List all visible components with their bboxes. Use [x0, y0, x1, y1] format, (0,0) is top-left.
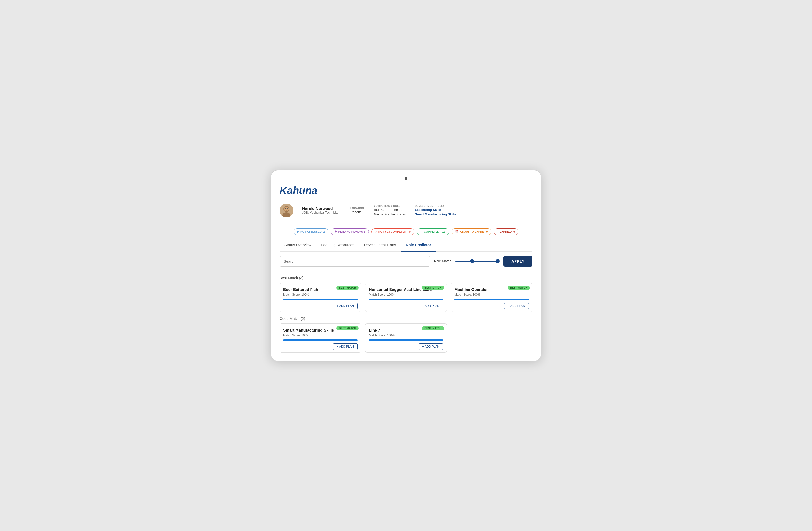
development-role-label: DEVELOPMENT ROLE:: [415, 204, 456, 207]
competent-label: COMPETENT: 17: [424, 230, 445, 233]
apply-button[interactable]: APPLY: [504, 256, 533, 267]
add-plan-2: + ADD PLAN: [369, 303, 443, 309]
progress-bar-bg-5: [369, 340, 443, 341]
user-info-row: Harold Norwood JOB: Mechanical Technicia…: [279, 200, 533, 221]
best-match-badge-3: BEST MATCH: [508, 286, 530, 290]
add-plan-3: + ADD PLAN: [454, 303, 529, 309]
badge-pending-review[interactable]: ⚑ PENDING REVIEW: 1: [331, 228, 369, 235]
badge-expired[interactable]: ! EXPIRED: 0: [494, 228, 519, 235]
tab-learning-resources[interactable]: Learning Resources: [316, 239, 359, 252]
slider-handle-right[interactable]: [496, 259, 499, 263]
badge-competent[interactable]: ✓ COMPETENT: 17: [417, 228, 449, 235]
progress-bar-fill-2: [369, 299, 443, 300]
about-to-expire-icon: ⏰: [455, 230, 459, 233]
location-value: Roberts: [350, 210, 365, 214]
add-plan-button-5[interactable]: + ADD PLAN: [419, 343, 443, 350]
slider-handle-left[interactable]: [470, 259, 474, 263]
location-block: LOCATION: Roberts: [350, 207, 365, 214]
best-match-badge-4: BEST MATCH: [336, 326, 359, 330]
svg-point-5: [287, 208, 288, 209]
badge-not-yet-competent[interactable]: ✕ NOT YET COMPETENT: 0: [371, 228, 415, 235]
progress-bar-fill-3: [454, 299, 529, 300]
filter-row: Role Match APPLY: [279, 252, 533, 271]
user-name: Harold Norwood: [302, 206, 342, 211]
good-match-section: Good Match (2) BEST MATCH Smart Manufact…: [279, 316, 533, 353]
card-score-5: Match Score: 100%: [369, 333, 443, 337]
competency-role-line1: HSE Core Line 20: [374, 208, 406, 212]
best-match-badge-5: BEST MATCH: [422, 326, 444, 330]
competent-icon: ✓: [421, 230, 423, 233]
add-plan-1: + ADD PLAN: [283, 303, 358, 309]
card-score-4: Match Score: 100%: [283, 333, 358, 337]
tab-role-predictor[interactable]: Role Predictor: [401, 239, 436, 252]
progress-bar-fill-4: [283, 340, 358, 341]
pending-review-label: PENDING REVIEW: 1: [338, 230, 365, 233]
user-name-block: Harold Norwood JOB: Mechanical Technicia…: [302, 206, 342, 214]
role-match-slider[interactable]: [455, 261, 499, 262]
progress-bar-bg-4: [283, 340, 358, 341]
badge-not-assessed[interactable]: ▶ NOT ASSESSED: 2: [293, 228, 329, 235]
competency-role-line2: Mechanical Technician: [374, 213, 406, 216]
role-match-label: Role Match: [434, 259, 451, 263]
expired-icon: !: [497, 230, 498, 233]
user-job: JOB: Mechanical Technician: [302, 211, 342, 214]
card-score-2: Match Score: 100%: [369, 293, 443, 297]
tabs: Status Overview Learning Resources Devel…: [279, 239, 533, 252]
good-match-label: Good Match (2): [279, 316, 533, 320]
progress-bar-bg-1: [283, 299, 358, 300]
about-to-expire-label: ABOUT TO EXPIRE: 0: [460, 230, 488, 233]
card-score-3: Match Score: 100%: [454, 293, 529, 297]
card-horizontal-bagger: BEST MATCH Horizontal Bagger Asst Line L…: [365, 283, 447, 312]
pending-review-icon: ⚑: [335, 230, 337, 233]
best-match-label: Best Match (3): [279, 276, 533, 280]
card-line-7: BEST MATCH Line 7 Match Score: 100% + AD…: [365, 324, 447, 353]
not-assessed-label: NOT ASSESSED: 2: [301, 230, 325, 233]
tab-status-overview[interactable]: Status Overview: [279, 239, 316, 252]
progress-bar-fill-5: [369, 340, 443, 341]
status-badges: ▶ NOT ASSESSED: 2 ⚑ PENDING REVIEW: 1 ✕ …: [279, 225, 533, 239]
add-plan-button-1[interactable]: + ADD PLAN: [333, 303, 358, 309]
not-yet-competent-label: NOT YET COMPETENT: 0: [378, 230, 411, 233]
add-plan-button-3[interactable]: + ADD PLAN: [504, 303, 529, 309]
progress-bar-bg-2: [369, 299, 443, 300]
progress-bar-bg-3: [454, 299, 529, 300]
device-camera-icon: [405, 177, 407, 180]
header: Kahuna H: [279, 185, 533, 221]
competency-role-label: COMPETENCY ROLE:: [374, 204, 406, 207]
card-score-1: Match Score: 100%: [283, 293, 358, 297]
svg-point-4: [285, 208, 286, 209]
best-match-section: Best Match (3) BEST MATCH Beer Battered …: [279, 276, 533, 312]
dev-role-link-1[interactable]: Leadership Skills: [415, 208, 456, 212]
card-beer-battered-fish: BEST MATCH Beer Battered Fish Match Scor…: [279, 283, 361, 312]
development-role-block: DEVELOPMENT ROLE: Leadership Skills Smar…: [415, 204, 456, 216]
svg-point-3: [284, 206, 289, 212]
search-input[interactable]: [279, 256, 430, 267]
add-plan-4: + ADD PLAN: [283, 343, 358, 350]
device-frame: Kahuna H: [271, 170, 541, 361]
avatar: [279, 204, 293, 217]
dev-role-link-2[interactable]: Smart Manufacturing Skills: [415, 213, 456, 216]
add-plan-button-2[interactable]: + ADD PLAN: [419, 303, 443, 309]
best-match-cards-grid: BEST MATCH Beer Battered Fish Match Scor…: [279, 283, 533, 312]
app-logo: Kahuna: [279, 185, 533, 197]
best-match-badge-2: BEST MATCH: [422, 286, 444, 290]
not-yet-competent-icon: ✕: [375, 230, 377, 233]
add-plan-button-4[interactable]: + ADD PLAN: [333, 343, 358, 350]
tab-development-plans[interactable]: Development Plans: [359, 239, 401, 252]
location-label: LOCATION:: [350, 207, 365, 210]
avatar-image: [279, 204, 293, 217]
card-machine-operator: BEST MATCH Machine Operator Match Score:…: [451, 283, 533, 312]
not-assessed-icon: ▶: [297, 230, 299, 233]
progress-bar-fill-1: [283, 299, 358, 300]
best-match-badge-1: BEST MATCH: [336, 286, 359, 290]
good-match-cards-grid: BEST MATCH Smart Manufacturing Skills Ma…: [279, 324, 533, 353]
competency-role-block: COMPETENCY ROLE: HSE Core Line 20 Mechan…: [374, 204, 406, 216]
add-plan-5: + ADD PLAN: [369, 343, 443, 350]
card-smart-manufacturing: BEST MATCH Smart Manufacturing Skills Ma…: [279, 324, 361, 353]
badge-about-to-expire[interactable]: ⏰ ABOUT TO EXPIRE: 0: [451, 228, 491, 235]
expired-label: EXPIRED: 0: [500, 230, 515, 233]
